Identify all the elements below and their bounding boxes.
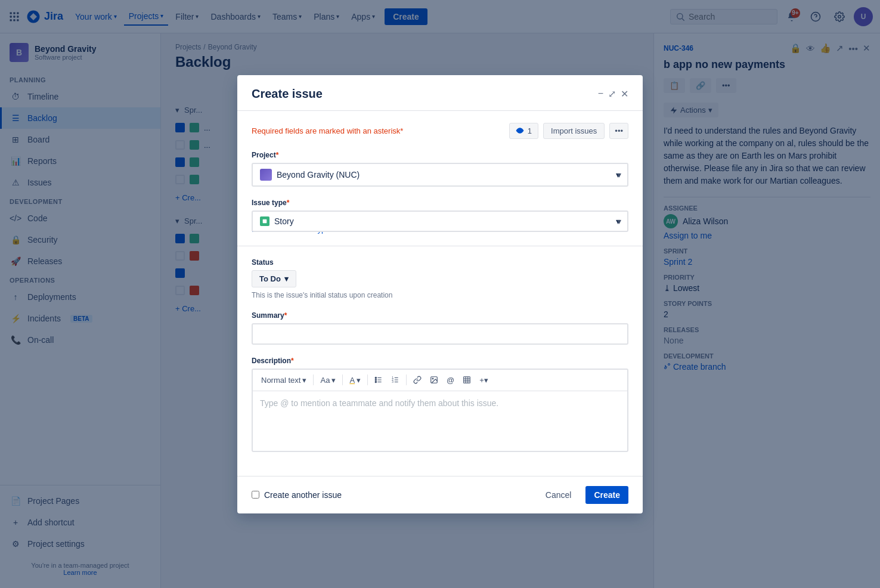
description-field: Description* Normal text ▾ Aa ▾ <box>252 357 628 452</box>
more-formatting-button[interactable]: +▾ <box>476 373 492 387</box>
import-button[interactable]: Import issues <box>543 123 605 139</box>
modal-title: Create issue <box>252 87 323 101</box>
eye-icon <box>516 126 524 135</box>
footer-right: Cancel Create <box>537 486 628 504</box>
status-hint: This is the issue's initial status upon … <box>252 291 628 299</box>
bullet-list-button[interactable] <box>371 373 386 386</box>
select-chevron: ▾ <box>616 170 620 180</box>
project-select[interactable]: Beyond Gravity (NUC) ▾ <box>252 163 628 187</box>
modal-footer: Create another issue Cancel Create <box>237 476 643 513</box>
font-size-button[interactable]: Aa ▾ <box>317 373 339 387</box>
modal-header: Create issue − ⤢ ✕ <box>237 75 643 111</box>
toolbar-sep-4 <box>406 375 407 385</box>
watchers-button[interactable]: 1 <box>509 123 538 139</box>
issue-type-select[interactable]: Story ▾ <box>252 211 628 232</box>
text-color-button[interactable]: A ▾ <box>346 373 364 387</box>
modal-divider <box>237 246 643 246</box>
summary-field: Summary* <box>252 311 628 345</box>
close-modal-icon[interactable]: ✕ <box>621 88 628 100</box>
minimize-icon[interactable]: − <box>598 88 603 99</box>
svg-rect-34 <box>464 377 470 383</box>
aa-chevron: ▾ <box>331 376 336 385</box>
svg-point-24 <box>375 379 376 380</box>
project-select-wrapper: Beyond Gravity (NUC) ▾ <box>252 163 628 187</box>
modal-overlay[interactable]: Create issue − ⤢ ✕ Required fields are m… <box>0 0 880 588</box>
create-another-input[interactable] <box>252 491 259 499</box>
modal-body: Required fields are marked with an aster… <box>237 111 643 476</box>
modal-header-icons: − ⤢ ✕ <box>598 88 628 100</box>
project-icon-sm <box>260 169 272 181</box>
text-style-chevron: ▾ <box>302 376 306 385</box>
create-button-modal[interactable]: Create <box>585 486 628 504</box>
svg-point-18 <box>519 129 521 132</box>
svg-point-25 <box>375 381 376 382</box>
status-field: Status To Do ▾ This is the issue's initi… <box>252 258 628 299</box>
color-chevron: ▾ <box>357 376 361 385</box>
footer-left: Create another issue <box>252 490 342 500</box>
status-button[interactable]: To Do ▾ <box>252 270 296 287</box>
numbered-list-icon: 123 <box>391 376 399 384</box>
create-issue-modal: Create issue − ⤢ ✕ Required fields are m… <box>237 75 643 513</box>
link-button[interactable] <box>410 373 425 386</box>
create-another-checkbox[interactable]: Create another issue <box>252 490 342 500</box>
toolbar-sep-2 <box>342 375 343 385</box>
watchers-count: 1 <box>528 126 532 135</box>
svg-point-23 <box>375 377 376 378</box>
summary-label: Summary* <box>252 311 628 320</box>
notice-text: Required fields are marked with an aster… <box>252 126 403 135</box>
issue-type-select-wrapper: Story ▾ <box>252 211 628 232</box>
story-type-icon <box>260 216 269 226</box>
issue-type-label: Issue type* <box>252 199 628 207</box>
issue-type-chevron: ▾ <box>616 216 620 226</box>
summary-input[interactable] <box>252 323 628 345</box>
desc-placeholder-text[interactable]: Type @ to mention a teammate and notify … <box>253 391 627 451</box>
numbered-list-button[interactable]: 123 <box>388 373 403 386</box>
issue-type-field: Issue type* Story ▾ Learn about issue ty… <box>252 199 628 234</box>
expand-modal-icon[interactable]: ⤢ <box>608 88 616 100</box>
status-chevron: ▾ <box>284 274 289 283</box>
modal-more-button[interactable]: ••• <box>609 123 628 139</box>
desc-toolbar: Normal text ▾ Aa ▾ A ▾ <box>253 370 627 391</box>
modal-notice: Required fields are marked with an aster… <box>252 123 628 139</box>
project-label: Project* <box>252 151 628 159</box>
bullet-list-icon <box>374 376 383 384</box>
image-button[interactable] <box>426 373 442 386</box>
cancel-button[interactable]: Cancel <box>537 486 580 504</box>
toolbar-sep-3 <box>367 375 368 385</box>
svg-point-33 <box>432 378 433 379</box>
toolbar-sep-1 <box>313 375 314 385</box>
svg-text:3: 3 <box>392 380 393 383</box>
mention-button[interactable]: @ <box>443 373 458 387</box>
image-icon <box>430 376 438 384</box>
status-label: Status <box>252 258 628 267</box>
link-icon <box>413 376 422 384</box>
description-label: Description* <box>252 357 628 365</box>
description-editor: Normal text ▾ Aa ▾ A ▾ <box>252 369 628 452</box>
text-style-button[interactable]: Normal text ▾ <box>258 373 310 387</box>
table-icon <box>463 376 471 384</box>
table-button[interactable] <box>459 373 475 386</box>
project-field: Project* Beyond Gravity (NUC) ▾ <box>252 151 628 187</box>
svg-rect-19 <box>263 219 267 223</box>
